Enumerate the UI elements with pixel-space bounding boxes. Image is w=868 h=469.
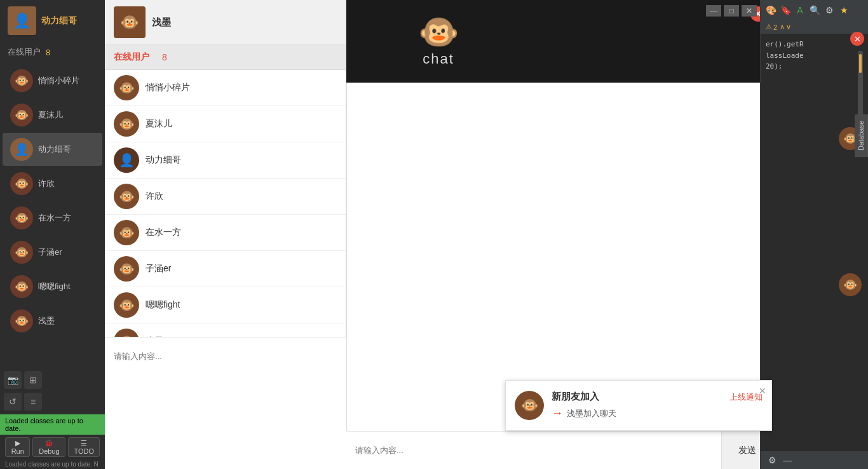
user-name: 动力细哥 <box>146 154 181 166</box>
camera-icon[interactable]: 📷 <box>4 371 22 389</box>
layout-icon[interactable]: ⊞ <box>24 371 42 389</box>
online-label: 在线用户 <box>114 51 149 63</box>
bookmark-icon[interactable]: 🔖 <box>779 4 792 17</box>
avatar: 🐵 <box>114 75 139 100</box>
minimize-button[interactable]: — <box>706 5 721 17</box>
left-sidebar: 👤 动力细哥 在线用户 8 🐵 悄悄小碎片 🐵 夏沫儿 👤 动力细哥 🐵 许欣 … <box>0 0 105 469</box>
translate-icon[interactable]: A <box>794 4 806 17</box>
arrow-icon: → <box>552 407 563 420</box>
right-panel-scroll-thumb <box>859 54 862 73</box>
settings-right-icon[interactable]: ⚙ <box>823 4 836 17</box>
chat-panel-user-许欣[interactable]: 🐵 许欣 <box>105 179 346 215</box>
todo-button[interactable]: ☰ TODO <box>68 437 100 457</box>
palette-icon[interactable]: 🎨 <box>764 4 777 17</box>
chat-panel-users-list: 🐵 悄悄小碎片 🐵 夏沫儿 👤 动力细哥 🐵 许欣 🐵 在水一方 🐵 子 <box>105 70 346 360</box>
notification-popup: 🐵 新朋友加入 上线通知 → 浅墨加入聊天 ✕ <box>505 380 772 431</box>
chat-messages-area[interactable] <box>346 83 772 431</box>
avatar: 🐵 <box>10 207 33 229</box>
search-right-icon[interactable]: 🔍 <box>808 4 821 17</box>
avatar: 🐵 <box>114 256 139 282</box>
sidebar-user-avatar: 👤 <box>8 6 36 35</box>
notification-title: 新朋友加入 <box>552 391 599 403</box>
sidebar-users-list: 🐵 悄悄小碎片 🐵 夏沫儿 👤 动力细哥 🐵 许欣 🐵 在水一方 🐵 子涵er … <box>0 63 105 366</box>
warning-icon: ⚠ <box>766 23 772 31</box>
bottom-minus-icon[interactable]: — <box>781 454 794 466</box>
sidebar-toolbar: ▶ Run 🐞 Debug ☰ TODO <box>0 435 105 459</box>
sidebar-online-count: 8 <box>46 48 50 57</box>
status-bar: Loaded classes are up to date. <box>0 414 105 435</box>
code-line-1: er().getR <box>766 39 863 50</box>
sidebar-item-动力细哥[interactable]: 👤 动力细哥 <box>3 133 102 166</box>
sidebar-item-子涵er[interactable]: 🐵 子涵er <box>3 236 102 269</box>
right-panel-avatar-2: 🐵 <box>839 273 862 296</box>
second-input-bar <box>105 337 346 375</box>
sidebar-header: 👤 动力细哥 <box>0 0 105 41</box>
second-chat-input[interactable] <box>105 345 346 367</box>
sidebar-item-浅墨[interactable]: 🐵 浅墨 <box>3 304 102 337</box>
avatar: 👤 <box>10 138 33 161</box>
sidebar-item-嗯嗯fight[interactable]: 🐵 嗯嗯fight <box>3 270 102 303</box>
chat-panel-user-在水一方[interactable]: 🐵 在水一方 <box>105 215 346 251</box>
notification-type: 上线通知 <box>729 391 763 403</box>
user-name: 夏沫儿 <box>38 109 63 121</box>
code-line-4: 20); <box>766 61 863 72</box>
sidebar-online-label: 在线用户 <box>8 46 41 58</box>
chat-panel-user-夏沫儿[interactable]: 🐵 夏沫儿 <box>105 106 346 142</box>
window-controls: — □ ✕ <box>706 5 757 17</box>
right-panel-close-button[interactable]: ✕ <box>850 32 864 46</box>
database-tab[interactable]: Database <box>855 114 868 157</box>
user-name: 悄悄小碎片 <box>38 75 79 86</box>
sidebar-username: 动力细哥 <box>41 15 77 27</box>
chat-input-area: 发送 <box>346 431 772 469</box>
star-icon[interactable]: ★ <box>837 4 850 17</box>
user-name: 在水一方 <box>146 227 181 238</box>
chat-panel-user-嗯嗯fight[interactable]: 🐵 嗯嗯fight <box>105 287 346 323</box>
window-close-button[interactable]: ✕ <box>742 5 757 17</box>
user-name: 动力细哥 <box>38 144 71 155</box>
expand-icon[interactable]: ∧ <box>780 23 785 31</box>
user-name: 夏沫儿 <box>146 118 172 130</box>
user-name: 子涵er <box>38 247 62 258</box>
avatar: 🐵 <box>114 184 139 209</box>
avatar: 👤 <box>114 147 139 173</box>
user-name: 在水一方 <box>38 212 71 224</box>
sidebar-item-许欣[interactable]: 🐵 许欣 <box>3 167 102 200</box>
avatar: 🐵 <box>10 104 33 126</box>
online-count: 8 <box>162 52 167 62</box>
status-bar-bottom: Loaded classes are up to date. N <box>0 459 105 469</box>
chat-panel-user-子涵er[interactable]: 🐵 子涵er <box>105 251 346 287</box>
avatar: 🐵 <box>10 172 33 195</box>
run-button[interactable]: ▶ Run <box>5 437 30 457</box>
bottom-settings-icon[interactable]: ⚙ <box>766 454 778 466</box>
right-panel-top-toolbar: 🎨 🔖 A 🔍 ⚙ ★ <box>761 0 868 20</box>
chat-panel-user-悄悄小碎片[interactable]: 🐵 悄悄小碎片 <box>105 70 346 106</box>
collapse-icon[interactable]: ∨ <box>786 23 791 31</box>
notification-header: 新朋友加入 上线通知 <box>552 391 763 403</box>
user-name: 嗯嗯fight <box>146 299 180 311</box>
sidebar-item-悄悄小碎片[interactable]: 🐵 悄悄小碎片 <box>3 64 102 97</box>
notification-close-button[interactable]: ✕ <box>759 386 766 396</box>
chat-input[interactable] <box>346 432 721 469</box>
avatar: 🐵 <box>10 275 33 298</box>
maximize-button[interactable]: □ <box>724 5 739 17</box>
debug-button[interactable]: 🐞 Debug <box>32 437 65 457</box>
monkey-icon: 🐵 <box>418 15 459 48</box>
selected-user-name: 浅墨 <box>152 17 171 29</box>
warning-row: ⚠ 2 ∧ ∨ <box>761 20 868 34</box>
sidebar-item-在水一方[interactable]: 🐵 在水一方 <box>3 201 102 234</box>
right-panel: 🎨 🔖 A 🔍 ⚙ ★ ⚠ 2 ∧ ∨ ✕ er().getR lassLoad… <box>760 0 868 469</box>
list-icon[interactable]: ≡ <box>24 393 42 411</box>
sidebar-item-夏沫儿[interactable]: 🐵 夏沫儿 <box>3 99 102 132</box>
notification-message: 浅墨加入聊天 <box>567 408 616 419</box>
user-name: 许欣 <box>146 191 163 202</box>
user-name: 悄悄小碎片 <box>146 82 190 93</box>
notification-content: 新朋友加入 上线通知 → 浅墨加入聊天 <box>552 391 763 420</box>
refresh-icon[interactable]: ↺ <box>4 393 22 411</box>
status-text: Loaded classes are up to date. <box>5 417 83 432</box>
chat-panel-online: 在线用户 8 <box>105 45 346 70</box>
code-line-3: lassLoade <box>766 50 863 62</box>
chat-panel-user-动力细哥[interactable]: 👤 动力细哥 <box>105 142 346 179</box>
user-name: 子涵er <box>146 263 171 275</box>
chat-user-panel: 🐵 浅墨 在线用户 8 🐵 悄悄小碎片 🐵 夏沫儿 👤 动力细哥 🐵 许欣 <box>105 0 346 375</box>
avatar: 🐵 <box>114 220 139 245</box>
